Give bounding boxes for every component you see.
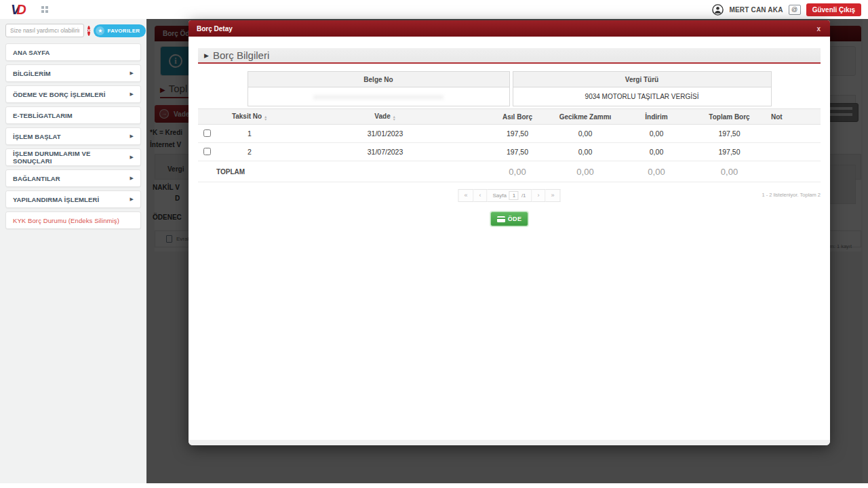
sort-icon: ▲▼ [264,115,267,121]
table-row: 1 31/01/2023 197,50 0,00 0,00 197,50 [198,125,821,143]
clear-search-button[interactable]: x [87,26,90,36]
column-not: Not [768,113,821,121]
sort-icon: ▲▼ [393,115,396,121]
logout-button[interactable]: Güvenli Çıkış [806,3,861,16]
vd-logo[interactable]: VD [11,3,26,16]
credit-card-icon [497,216,505,222]
total-asil-borc: 0,00 [487,167,548,177]
favorites-button[interactable]: ★ FAVORILER [94,24,146,37]
column-taksit-no[interactable]: Taksit No▲▼ [216,113,283,121]
table-header-row: Taksit No▲▼ Vade▲▼ Asıl Borç Gecikme Zam… [198,108,821,125]
doc-no-box: Belge No [248,71,510,106]
sidebar-item-odeme-ve-borc[interactable]: ÖDEME VE BORÇ İŞLEMLERİ▶ [5,85,141,103]
tax-type-label: Vergi Türü [513,71,772,87]
prev-page-button[interactable]: ‹ [473,189,487,202]
sidebar-item-e-tebligatlarim[interactable]: E-TEBLİGATLARIM [5,106,141,124]
section-header: ▶ Borç Bilgileri [198,48,821,64]
sidebar-item-islem-durumlarim[interactable]: İŞLEM DURUMLARIM VE SONUÇLARI▶ [5,148,141,166]
borc-detay-modal: Borç Detay x ▶ Borç Bilgileri Belge No V… [189,20,830,445]
chevron-right-icon: ▶ [130,92,134,97]
tax-type-box: Vergi Türü 9034 MOTORLU TAŞITLAR VERGİSİ [513,71,772,106]
page-number-input[interactable]: 1 [509,191,519,200]
total-gecikme-zammi: 0,00 [548,167,623,177]
record-summary: 1 - 2 listeleniyor. Toplam 2 [762,192,821,198]
pagination-row: « ‹ Sayfa 1 /1 › » 1 - 2 listeleniyor. T… [198,189,821,203]
user-icon [712,4,724,16]
doc-no-label: Belge No [248,71,510,87]
logo-letter-d: D [16,2,26,17]
sidebar-item-ana-sayfa[interactable]: ANA SAYFA [5,43,141,61]
table-total-row: TOPLAM 0,00 0,00 0,00 0,00 [198,161,821,182]
chevron-right-icon: ▶ [130,70,134,76]
virtual-keyboard-icon[interactable]: @ [789,5,801,15]
page-indicator: Sayfa 1 /1 [487,189,532,202]
doc-no-value [248,87,510,106]
modal-body: ▶ Borç Bilgileri Belge No Vergi Türü 903… [189,37,830,440]
column-asil-borc: Asıl Borç [487,113,548,121]
chevron-right-icon: ▶ [130,197,134,202]
star-icon: ★ [96,26,104,35]
sidebar: x ★ FAVORILER ANA SAYFA BİLGİLERİM▶ ÖDEM… [0,19,146,483]
summary-boxes: Belge No Vergi Türü 9034 MOTORLU TAŞITLA… [198,71,821,106]
total-toplam-borc: 0,00 [690,167,768,177]
modal-title: Borç Detay [197,25,233,33]
modal-footer-strip [189,440,830,445]
installments-table: Taksit No▲▼ Vade▲▼ Asıl Borç Gecikme Zam… [198,108,821,182]
row-checkbox[interactable] [203,129,211,137]
column-indirim: İndirim [623,113,690,121]
sidebar-item-islem-baslat[interactable]: İŞLEM BAŞLAT▶ [5,127,141,145]
total-indirim: 0,00 [623,167,690,177]
total-label: TOPLAM [198,168,487,176]
row-checkbox[interactable] [203,148,211,155]
sidebar-item-yapilandirma[interactable]: YAPILANDIRMA İŞLEMLERİ▶ [5,190,141,208]
help-search-input[interactable] [5,24,84,37]
user-name[interactable]: MERT CAN AKA [729,6,783,14]
chevron-right-icon: ▶ [130,176,134,181]
sidebar-item-bilgilerim[interactable]: BİLGİLERİM▶ [5,64,141,82]
close-icon[interactable]: x [816,25,821,33]
caret-right-icon: ▶ [204,52,209,59]
sidebar-item-kyk-borc-durumu[interactable]: KYK Borç Durumu (Endeks Silinmiş) [5,211,141,229]
column-toplam-borc: Toplam Borç [690,113,768,121]
doc-no-redacted [313,95,444,100]
menu-grid-icon[interactable] [41,6,48,13]
chevron-right-icon: ▶ [130,155,134,160]
column-vade[interactable]: Vade▲▼ [283,113,487,121]
section-title: Borç Bilgileri [213,49,269,61]
pay-button[interactable]: ÖDE [490,211,528,226]
next-page-button[interactable]: › [532,189,546,202]
column-gecikme-zammi: Gecikme Zammı [548,113,623,121]
last-page-button[interactable]: » [546,189,561,202]
table-row: 2 31/07/2023 197,50 0,00 0,00 197,50 [198,143,821,161]
pagination: « ‹ Sayfa 1 /1 › » [458,189,560,202]
modal-title-bar: Borç Detay x [189,20,830,37]
top-bar: VD MERT CAN AKA @ Güvenli Çıkış [0,0,868,19]
tax-type-value: 9034 MOTORLU TAŞITLAR VERGİSİ [513,87,772,106]
first-page-button[interactable]: « [458,189,473,202]
chevron-right-icon: ▶ [130,134,134,139]
sidebar-item-baglantilar[interactable]: BAĞLANTILAR▶ [5,169,141,187]
